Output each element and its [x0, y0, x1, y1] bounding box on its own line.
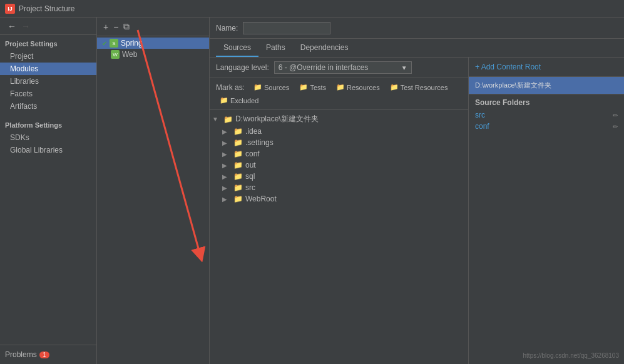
mark-resources-button[interactable]: 📁 Resources: [332, 82, 384, 93]
content-panel: Name: Sources Paths Dependencies: [210, 18, 624, 364]
sidebar-item-artifacts[interactable]: Artifacts: [0, 100, 96, 113]
tests-folder-icon: 📁: [299, 83, 308, 91]
back-button[interactable]: ←: [5, 21, 19, 31]
title-bar: IJ Project Structure: [0, 0, 624, 18]
file-item-conf[interactable]: ▶ 📁 conf: [210, 148, 468, 159]
chevron-down-icon: ▼: [212, 116, 221, 123]
folder-webroot-icon: 📁: [233, 195, 243, 203]
left-content: Language level: 6 - @Override in interfa…: [210, 58, 469, 364]
tab-paths[interactable]: Paths: [258, 41, 293, 57]
sidebar-bottom: Problems 1: [0, 345, 96, 364]
language-bar: Language level: 6 - @Override in interfa…: [210, 58, 468, 78]
folder-idea-icon: 📁: [233, 127, 243, 136]
test-resources-folder-icon: 📁: [390, 83, 399, 91]
chevron-right-icon: ▶: [222, 128, 231, 135]
language-select[interactable]: 6 - @Override in interfaces ▼: [274, 61, 412, 74]
sources-folder-icon: 📁: [253, 83, 262, 91]
sidebar-item-libraries[interactable]: Libraries: [0, 75, 96, 88]
check-icon: ✔: [102, 40, 107, 47]
chevron-right-icon: ▶: [222, 196, 231, 203]
file-tree: ▼ 📁 D:\workplace\新建文件夹 ▶ 📁 .idea ▶: [210, 110, 468, 364]
sidebar: ← → Project Settings Project Modules Lib…: [0, 18, 97, 364]
tab-sources[interactable]: Sources: [216, 41, 258, 57]
source-folder-src: src ✏: [469, 109, 624, 121]
tree-toolbar: + − ⧉: [97, 18, 209, 36]
file-item-src[interactable]: ▶ 📁 src: [210, 182, 468, 193]
right-sidebar: + Add Content Root D:\workplace\新建文件夹 So…: [469, 58, 624, 364]
sidebar-item-project[interactable]: Project: [0, 50, 96, 63]
name-label: Name:: [216, 24, 238, 33]
file-tree-root[interactable]: ▼ 📁 D:\workplace\新建文件夹: [210, 113, 468, 126]
file-item-webroot[interactable]: ▶ 📁 WebRoot: [210, 193, 468, 205]
copy-module-button[interactable]: ⧉: [121, 21, 132, 33]
folder-conf-icon: 📁: [233, 149, 243, 158]
folder-settings-icon: 📁: [233, 138, 243, 147]
module-web[interactable]: W Web: [97, 49, 209, 60]
main-container: ← → Project Settings Project Modules Lib…: [0, 18, 624, 364]
folder-src-icon: 📁: [233, 183, 243, 192]
mark-sources-button[interactable]: 📁 Sources: [250, 82, 293, 93]
source-folder-conf: conf ✏: [469, 121, 624, 132]
file-item-idea[interactable]: ▶ 📁 .idea: [210, 126, 468, 137]
resources-folder-icon: 📁: [336, 83, 345, 91]
mark-excluded-button[interactable]: 📁 Excluded: [216, 95, 262, 106]
chevron-right-icon: ▶: [222, 151, 231, 158]
sidebar-item-global-libraries[interactable]: Global Libraries: [0, 144, 96, 156]
web-module-icon: W: [111, 50, 120, 59]
add-module-button[interactable]: +: [101, 21, 111, 33]
chevron-right-icon: ▶: [222, 162, 231, 169]
mark-test-resources-button[interactable]: 📁 Test Resources: [386, 82, 452, 93]
chevron-right-icon: ▶: [222, 173, 231, 180]
name-bar: Name:: [210, 18, 624, 39]
mark-tests-button[interactable]: 📁 Tests: [295, 82, 330, 93]
name-input[interactable]: [243, 22, 330, 34]
folder-out-icon: 📁: [233, 161, 243, 169]
platform-settings-title: Platform Settings: [0, 116, 96, 131]
edit-src-icon[interactable]: ✏: [613, 112, 618, 119]
file-item-sql[interactable]: ▶ 📁 sql: [210, 171, 468, 182]
sidebar-item-facets[interactable]: Facets: [0, 88, 96, 100]
file-item-settings[interactable]: ▶ 📁 .settings: [210, 137, 468, 148]
watermark: https://blog.csdn.net/qq_36268103: [523, 352, 619, 359]
app-icon: IJ: [5, 4, 15, 14]
file-item-out[interactable]: ▶ 📁 out: [210, 159, 468, 171]
project-settings-title: Project Settings: [0, 35, 96, 50]
sidebar-item-modules[interactable]: Modules: [0, 63, 96, 75]
chevron-down-icon: ▼: [401, 64, 407, 71]
tab-dependencies[interactable]: Dependencies: [293, 41, 356, 57]
content-root-path: D:\workplace\新建文件夹: [469, 77, 624, 94]
chevron-right-icon: ▶: [222, 185, 231, 191]
module-spring[interactable]: ✔ S Spring: [97, 38, 209, 49]
edit-conf-icon[interactable]: ✏: [613, 123, 618, 130]
chevron-right-icon: ▶: [222, 139, 231, 146]
remove-module-button[interactable]: −: [111, 21, 121, 33]
tabs-bar: Sources Paths Dependencies: [210, 39, 624, 58]
spring-module-icon: S: [110, 39, 118, 48]
problems-row[interactable]: Problems 1: [0, 348, 96, 361]
forward-button[interactable]: →: [19, 21, 33, 31]
problems-badge: 1: [39, 351, 49, 358]
content-body: Language level: 6 - @Override in interfa…: [210, 58, 624, 364]
root-folder-icon: 📁: [223, 115, 233, 124]
window-title: Project Structure: [19, 4, 74, 13]
mark-as-bar: Mark as: 📁 Sources 📁 Tests 📁 Resources: [210, 78, 468, 110]
tree-panel: + − ⧉ ✔ S Spring W Web: [97, 18, 210, 364]
folder-sql-icon: 📁: [233, 172, 243, 181]
language-label: Language level:: [216, 63, 269, 72]
mark-as-label: Mark as:: [216, 83, 245, 92]
sidebar-item-sdks[interactable]: SDKs: [0, 131, 96, 144]
source-folders-title: Source Folders: [469, 94, 624, 109]
excluded-folder-icon: 📁: [220, 96, 228, 104]
tree-content: ✔ S Spring W Web: [97, 36, 209, 364]
add-content-root-button[interactable]: + Add Content Root: [469, 58, 624, 77]
